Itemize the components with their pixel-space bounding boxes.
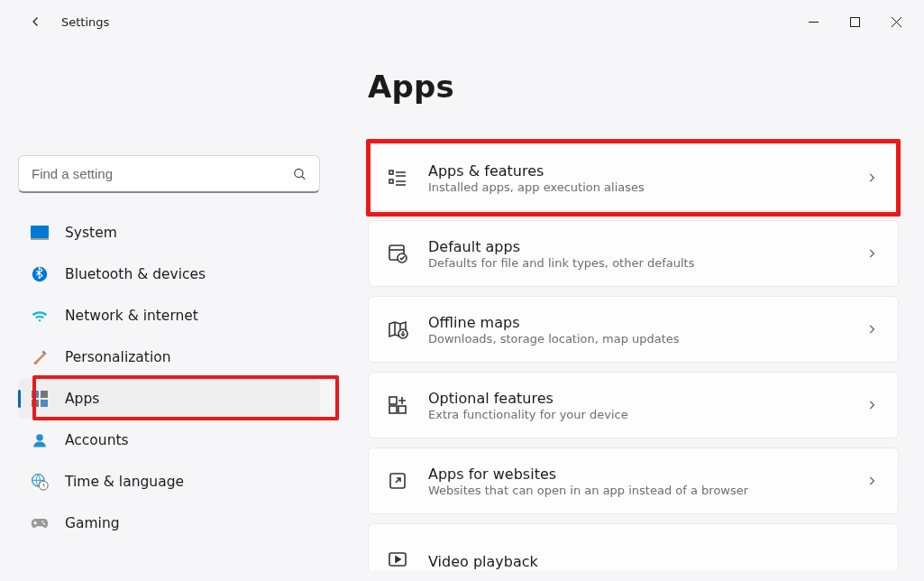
chevron-right-icon (865, 399, 878, 411)
svg-rect-6 (41, 391, 48, 398)
page-title: Apps (368, 69, 899, 105)
sidebar-item-gaming[interactable]: Gaming (18, 503, 320, 543)
svg-rect-3 (31, 238, 49, 240)
default-apps-icon (385, 243, 410, 264)
close-icon (892, 17, 901, 27)
app-title: Settings (61, 15, 109, 29)
sidebar-item-personalization[interactable]: Personalization (18, 337, 320, 377)
svg-rect-7 (32, 400, 39, 407)
main-content: Apps Apps & features Installed apps, app… (325, 43, 924, 581)
sidebar-item-label: Apps (65, 391, 99, 407)
open-external-icon (385, 470, 410, 492)
search-icon (292, 167, 307, 182)
sidebar-item-time-language[interactable]: Time & language (18, 462, 320, 502)
card-title: Apps & features (428, 162, 847, 180)
close-button[interactable] (875, 7, 917, 36)
sidebar-item-system[interactable]: System (18, 213, 320, 253)
sidebar-item-apps[interactable]: Apps (18, 379, 320, 419)
search-input[interactable] (18, 155, 320, 193)
card-title: Offline maps (428, 314, 847, 331)
list-icon (385, 167, 410, 189)
sidebar-item-label: Gaming (65, 515, 120, 531)
back-button[interactable] (18, 4, 54, 40)
gamepad-icon (31, 514, 49, 532)
svg-rect-5 (32, 391, 39, 398)
svg-point-1 (295, 169, 303, 177)
sidebar-item-bluetooth[interactable]: Bluetooth & devices (18, 254, 320, 294)
window-controls (792, 7, 917, 36)
maximize-icon (850, 17, 860, 27)
sidebar-item-label: System (65, 225, 117, 241)
svg-point-12 (41, 521, 43, 522)
maximize-button[interactable] (834, 7, 875, 36)
search-container (18, 155, 320, 193)
minimize-icon (809, 17, 819, 27)
sidebar-item-label: Network & internet (65, 308, 198, 324)
wifi-icon (31, 307, 49, 325)
card-title: Apps for websites (428, 466, 847, 483)
chevron-right-icon (865, 475, 878, 487)
chevron-right-icon (865, 247, 878, 260)
svg-rect-0 (850, 17, 859, 26)
card-subtitle: Installed apps, app execution aliases (428, 180, 847, 194)
sidebar-item-label: Bluetooth & devices (65, 266, 206, 282)
svg-rect-14 (389, 171, 393, 174)
svg-point-9 (36, 434, 43, 441)
svg-rect-20 (389, 406, 397, 413)
card-apps-features[interactable]: Apps & features Installed apps, app exec… (368, 144, 899, 211)
card-title: Video playback (428, 553, 878, 570)
card-title: Optional features (428, 390, 847, 407)
bluetooth-icon (31, 265, 49, 283)
svg-rect-2 (31, 226, 49, 238)
card-optional-features[interactable]: Optional features Extra functionality fo… (368, 372, 899, 438)
svg-rect-15 (389, 180, 393, 183)
sidebar-item-label: Time & language (65, 474, 184, 490)
globe-clock-icon (31, 473, 49, 491)
card-apps-for-websites[interactable]: Apps for websites Websites that can open… (368, 447, 899, 514)
sidebar-item-label: Accounts (65, 432, 129, 448)
sidebar-item-network[interactable]: Network & internet (18, 296, 320, 336)
person-icon (31, 431, 49, 449)
sidebar-item-accounts[interactable]: Accounts (18, 420, 320, 460)
svg-rect-8 (41, 400, 48, 407)
grid-plus-icon (385, 394, 410, 416)
svg-point-4 (32, 267, 48, 282)
video-icon (385, 549, 410, 570)
svg-rect-21 (398, 406, 406, 413)
chevron-right-icon (865, 323, 878, 336)
map-icon (385, 318, 410, 340)
arrow-left-icon (28, 14, 44, 30)
chevron-right-icon (865, 171, 878, 184)
card-list: Apps & features Installed apps, app exec… (368, 144, 899, 570)
card-default-apps[interactable]: Default apps Defaults for file and link … (368, 220, 899, 287)
card-offline-maps[interactable]: Offline maps Downloads, storage location… (368, 296, 899, 363)
card-subtitle: Defaults for file and link types, other … (428, 256, 847, 270)
apps-icon (31, 390, 49, 408)
nav-list: System Bluetooth & devices Network & int… (18, 213, 320, 543)
paintbrush-icon (31, 348, 49, 366)
card-subtitle: Extra functionality for your device (428, 408, 847, 421)
system-icon (31, 224, 49, 242)
card-video-playback[interactable]: Video playback (368, 523, 899, 570)
sidebar-item-label: Personalization (65, 349, 171, 365)
card-subtitle: Downloads, storage location, map updates (428, 332, 847, 346)
sidebar: System Bluetooth & devices Network & int… (0, 43, 325, 581)
card-title: Default apps (428, 238, 847, 255)
svg-point-13 (43, 523, 45, 525)
minimize-button[interactable] (792, 7, 834, 36)
card-subtitle: Websites that can open in an app instead… (428, 484, 847, 497)
titlebar: Settings (0, 0, 924, 43)
svg-rect-19 (389, 397, 397, 404)
